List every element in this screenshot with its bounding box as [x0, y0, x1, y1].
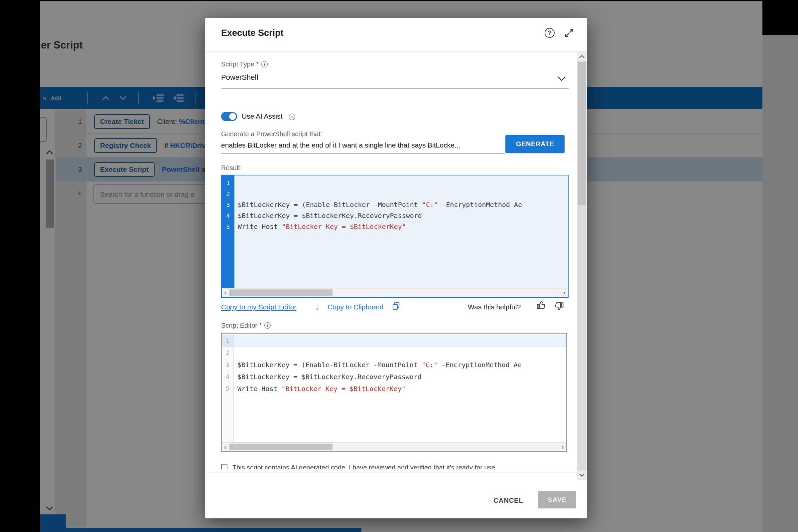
code-line: $BitLockerKey = $BitLockerKey.RecoveryPa… [234, 371, 566, 383]
toggle-knob [229, 113, 236, 120]
script-type-label: Script Type * i [221, 60, 268, 68]
horizontal-scrollbar-thumb[interactable] [229, 443, 333, 450]
scroll-right-icon[interactable]: › [561, 288, 568, 297]
modal-scrollbar[interactable] [577, 52, 587, 480]
line-number: 2 [222, 188, 235, 200]
chevron-down-icon[interactable] [557, 76, 566, 83]
scroll-left-icon[interactable]: ‹ [222, 443, 229, 451]
code-line [234, 347, 566, 359]
cancel-button[interactable]: CANCEL [488, 495, 528, 506]
code-line [235, 188, 568, 200]
line-number: 4 [222, 371, 234, 383]
code-line: $BitLockerKey = (Enable-BitLocker -Mount… [235, 200, 568, 210]
thumbs-down-icon[interactable] [554, 301, 564, 313]
horizontal-scrollbar[interactable]: ‹ › [222, 288, 568, 297]
line-number-gutter: 12345 [222, 175, 235, 288]
ai-assist-label: Use AI Assist [242, 112, 283, 120]
line-number: 5 [222, 383, 234, 395]
ai-code-ack-label: This script contains AI generated code. … [233, 464, 497, 469]
result-label: Result: [221, 164, 242, 172]
result-editor[interactable]: 12345 $BitLockerKey = (Enable-BitLocker … [221, 175, 569, 298]
dialog-title: Execute Script [221, 28, 284, 38]
execute-script-dialog: Execute Script ? Script Type * i PowerSh… [205, 18, 587, 518]
script-type-select[interactable]: PowerShell [221, 73, 258, 82]
info-icon[interactable]: i [261, 61, 268, 68]
select-underline [221, 89, 569, 89]
info-icon[interactable]: i [264, 322, 271, 329]
code-line [234, 335, 566, 347]
save-button[interactable]: SAVE [538, 491, 576, 508]
code-area: $BitLockerKey = (Enable-BitLocker -Mount… [234, 334, 566, 442]
scroll-left-icon[interactable]: ‹ [222, 288, 229, 297]
divider [205, 51, 587, 52]
line-number: 1 [222, 335, 234, 347]
input-underline [221, 153, 505, 153]
copy-icon[interactable] [392, 302, 400, 312]
thumbs-up-icon[interactable] [536, 300, 546, 312]
modal-scrollbar-thumb[interactable] [578, 62, 586, 205]
scroll-down-icon[interactable] [577, 471, 587, 480]
line-number: 2 [222, 347, 234, 359]
generate-button[interactable]: GENERATE [505, 135, 564, 153]
line-number: 1 [222, 177, 235, 188]
code-line: Write-Host "BitLocker Key = $BitLockerKe… [235, 221, 568, 232]
helpful-label: Was this helpful? [468, 303, 521, 311]
line-number: 3 [222, 359, 234, 371]
generate-prompt-label: Generate a PowerShell script that: [221, 130, 322, 138]
divider [205, 473, 587, 473]
code-line [235, 177, 568, 188]
code-line: Write-Host "BitLocker Key = $BitLockerKe… [234, 383, 566, 395]
scroll-up-icon[interactable] [577, 52, 587, 61]
code-line: $BitLockerKey = $BitLockerKey.RecoveryPa… [235, 210, 568, 221]
horizontal-scrollbar-thumb[interactable] [229, 289, 333, 296]
expand-icon[interactable] [563, 27, 575, 40]
ai-assist-toggle[interactable] [221, 112, 237, 121]
generate-prompt-input[interactable]: enables BitLocker and at the end of it I… [221, 141, 502, 149]
ai-code-ack-checkbox[interactable] [221, 464, 227, 469]
horizontal-scrollbar[interactable]: ‹ › [222, 442, 566, 451]
copy-to-script-editor-link[interactable]: Copy to my Script Editor [221, 303, 296, 311]
info-icon[interactable]: i [289, 113, 295, 120]
line-number: 4 [222, 210, 235, 221]
line-number: 5 [222, 221, 235, 232]
code-line: $BitLockerKey = (Enable-BitLocker -Mount… [234, 359, 566, 371]
line-number-gutter: 12345 [222, 334, 234, 442]
script-editor-label: Script Editor * i [221, 322, 271, 329]
code-area: $BitLockerKey = (Enable-BitLocker -Mount… [235, 175, 568, 288]
scroll-right-icon[interactable]: › [559, 443, 566, 451]
down-arrow-icon: ↓ [315, 302, 319, 312]
ai-code-ack-row: This script contains AI generated code. … [221, 464, 569, 469]
line-number: 3 [222, 200, 235, 210]
help-icon[interactable]: ? [545, 28, 555, 38]
copy-to-clipboard-link[interactable]: Copy to Clipboard [328, 303, 383, 311]
script-editor[interactable]: 12345 $BitLockerKey = (Enable-BitLocker … [221, 333, 567, 452]
